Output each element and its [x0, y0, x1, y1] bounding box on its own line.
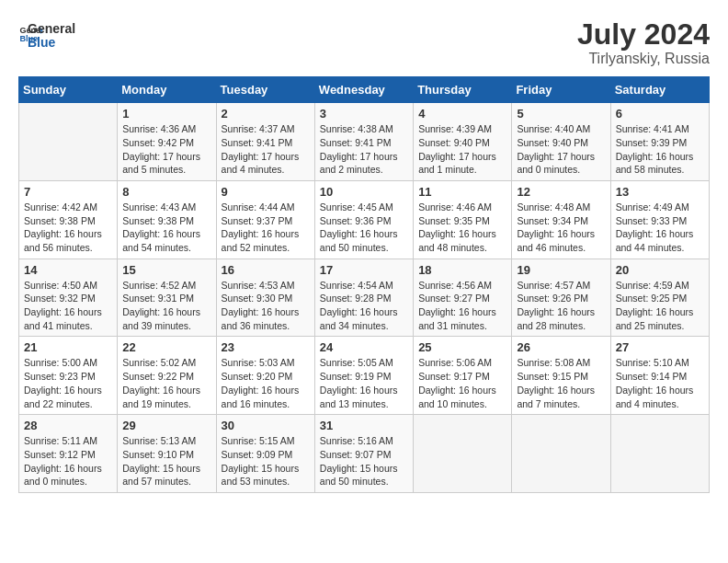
location: Tirlyanskiy, Russia: [577, 51, 710, 67]
day-info: Sunrise: 5:06 AMSunset: 9:17 PMDaylight:…: [418, 356, 506, 410]
calendar-cell: 1Sunrise: 4:36 AMSunset: 9:42 PMDaylight…: [118, 103, 216, 181]
day-info: Sunrise: 4:57 AMSunset: 9:26 PMDaylight:…: [517, 279, 605, 333]
day-number: 30: [222, 419, 310, 432]
calendar-cell: 3Sunrise: 4:38 AMSunset: 9:41 PMDaylight…: [314, 103, 413, 181]
calendar-cell: 16Sunrise: 4:53 AMSunset: 9:30 PMDayligh…: [216, 259, 314, 337]
day-number: 17: [320, 263, 408, 277]
weekday-header-monday: Monday: [118, 77, 216, 103]
week-row-4: 21Sunrise: 5:00 AMSunset: 9:23 PMDayligh…: [19, 337, 710, 415]
day-info: Sunrise: 5:15 AMSunset: 9:09 PMDaylight:…: [222, 434, 310, 488]
calendar-cell: 9Sunrise: 4:44 AMSunset: 9:37 PMDaylight…: [216, 180, 314, 259]
calendar-cell: [19, 103, 118, 181]
calendar-cell: 6Sunrise: 4:41 AMSunset: 9:39 PMDaylight…: [610, 103, 709, 181]
day-number: 28: [24, 419, 112, 432]
day-number: 25: [418, 340, 506, 354]
logo-general: General: [28, 22, 75, 36]
day-number: 26: [517, 340, 605, 354]
day-info: Sunrise: 4:43 AMSunset: 9:38 PMDaylight:…: [122, 201, 210, 255]
calendar-cell: 25Sunrise: 5:06 AMSunset: 9:17 PMDayligh…: [414, 337, 512, 415]
weekday-header-friday: Friday: [512, 77, 610, 103]
calendar-cell: 19Sunrise: 4:57 AMSunset: 9:26 PMDayligh…: [512, 259, 610, 337]
day-info: Sunrise: 4:48 AMSunset: 9:34 PMDaylight:…: [517, 201, 605, 255]
day-info: Sunrise: 5:11 AMSunset: 9:12 PMDaylight:…: [24, 434, 112, 488]
day-number: 11: [418, 185, 506, 199]
calendar-cell: 26Sunrise: 5:08 AMSunset: 9:15 PMDayligh…: [512, 337, 610, 415]
day-number: 22: [122, 340, 210, 354]
day-number: 24: [320, 340, 408, 354]
calendar-cell: 5Sunrise: 4:40 AMSunset: 9:40 PMDaylight…: [512, 103, 610, 181]
week-row-1: 1Sunrise: 4:36 AMSunset: 9:42 PMDaylight…: [19, 103, 710, 181]
calendar-cell: 20Sunrise: 4:59 AMSunset: 9:25 PMDayligh…: [610, 259, 709, 337]
day-info: Sunrise: 4:52 AMSunset: 9:31 PMDaylight:…: [122, 279, 210, 333]
day-info: Sunrise: 5:00 AMSunset: 9:23 PMDaylight:…: [24, 356, 112, 410]
day-info: Sunrise: 5:16 AMSunset: 9:07 PMDaylight:…: [320, 434, 408, 488]
calendar-cell: 4Sunrise: 4:39 AMSunset: 9:40 PMDaylight…: [414, 103, 512, 181]
weekday-header-thursday: Thursday: [414, 77, 512, 103]
day-info: Sunrise: 4:56 AMSunset: 9:27 PMDaylight:…: [418, 279, 506, 333]
calendar-cell: 18Sunrise: 4:56 AMSunset: 9:27 PMDayligh…: [414, 259, 512, 337]
day-number: 29: [122, 419, 210, 432]
calendar-cell: 21Sunrise: 5:00 AMSunset: 9:23 PMDayligh…: [19, 337, 118, 415]
day-number: 19: [517, 263, 605, 277]
week-row-5: 28Sunrise: 5:11 AMSunset: 9:12 PMDayligh…: [19, 415, 710, 493]
calendar-cell: 17Sunrise: 4:54 AMSunset: 9:28 PMDayligh…: [314, 259, 413, 337]
day-number: 9: [222, 185, 310, 199]
calendar-cell: 8Sunrise: 4:43 AMSunset: 9:38 PMDaylight…: [118, 180, 216, 259]
day-number: 13: [616, 185, 704, 199]
calendar-table: SundayMondayTuesdayWednesdayThursdayFrid…: [18, 76, 710, 493]
logo-blue: Blue: [28, 36, 75, 50]
calendar-cell: [512, 415, 610, 493]
day-number: 31: [320, 419, 408, 432]
day-number: 20: [616, 263, 704, 277]
day-info: Sunrise: 4:40 AMSunset: 9:40 PMDaylight:…: [517, 122, 605, 177]
day-info: Sunrise: 4:42 AMSunset: 9:38 PMDaylight:…: [24, 201, 112, 255]
day-info: Sunrise: 5:03 AMSunset: 9:20 PMDaylight:…: [222, 356, 310, 410]
calendar-cell: 13Sunrise: 4:49 AMSunset: 9:33 PMDayligh…: [610, 180, 709, 259]
day-number: 2: [222, 107, 310, 121]
day-info: Sunrise: 4:59 AMSunset: 9:25 PMDaylight:…: [616, 279, 704, 333]
logo: General Blue General Blue: [18, 18, 75, 51]
page-header: General Blue General Blue July 2024 Tirl…: [18, 18, 710, 67]
week-row-3: 14Sunrise: 4:50 AMSunset: 9:32 PMDayligh…: [19, 259, 710, 337]
calendar-cell: 10Sunrise: 4:45 AMSunset: 9:36 PMDayligh…: [314, 180, 413, 259]
day-number: 5: [517, 107, 605, 121]
weekday-header-sunday: Sunday: [19, 77, 118, 103]
calendar-cell: 15Sunrise: 4:52 AMSunset: 9:31 PMDayligh…: [118, 259, 216, 337]
day-number: 18: [418, 263, 506, 277]
day-number: 16: [222, 263, 310, 277]
day-number: 23: [222, 340, 310, 354]
day-info: Sunrise: 5:05 AMSunset: 9:19 PMDaylight:…: [320, 356, 408, 410]
day-number: 6: [616, 107, 704, 121]
calendar-cell: 30Sunrise: 5:15 AMSunset: 9:09 PMDayligh…: [216, 415, 314, 493]
weekday-header-tuesday: Tuesday: [216, 77, 314, 103]
calendar-cell: [414, 415, 512, 493]
day-info: Sunrise: 4:39 AMSunset: 9:40 PMDaylight:…: [418, 122, 506, 177]
calendar-cell: 27Sunrise: 5:10 AMSunset: 9:14 PMDayligh…: [610, 337, 709, 415]
calendar-cell: 22Sunrise: 5:02 AMSunset: 9:22 PMDayligh…: [118, 337, 216, 415]
title-block: July 2024 Tirlyanskiy, Russia: [577, 18, 710, 67]
day-number: 10: [320, 185, 408, 199]
day-number: 7: [24, 185, 112, 199]
day-info: Sunrise: 4:49 AMSunset: 9:33 PMDaylight:…: [616, 201, 704, 255]
day-info: Sunrise: 4:41 AMSunset: 9:39 PMDaylight:…: [616, 122, 704, 177]
day-info: Sunrise: 5:08 AMSunset: 9:15 PMDaylight:…: [517, 356, 605, 410]
weekday-header-row: SundayMondayTuesdayWednesdayThursdayFrid…: [19, 77, 710, 103]
day-info: Sunrise: 4:38 AMSunset: 9:41 PMDaylight:…: [320, 122, 408, 177]
week-row-2: 7Sunrise: 4:42 AMSunset: 9:38 PMDaylight…: [19, 180, 710, 259]
day-number: 15: [122, 263, 210, 277]
day-info: Sunrise: 4:36 AMSunset: 9:42 PMDaylight:…: [122, 122, 210, 177]
day-number: 3: [320, 107, 408, 121]
month-year: July 2024: [577, 18, 710, 51]
day-info: Sunrise: 4:45 AMSunset: 9:36 PMDaylight:…: [320, 201, 408, 255]
day-info: Sunrise: 5:10 AMSunset: 9:14 PMDaylight:…: [616, 356, 704, 410]
day-number: 21: [24, 340, 112, 354]
day-info: Sunrise: 4:44 AMSunset: 9:37 PMDaylight:…: [222, 201, 310, 255]
day-info: Sunrise: 4:50 AMSunset: 9:32 PMDaylight:…: [24, 279, 112, 333]
weekday-header-wednesday: Wednesday: [314, 77, 413, 103]
day-info: Sunrise: 4:54 AMSunset: 9:28 PMDaylight:…: [320, 279, 408, 333]
calendar-cell: 12Sunrise: 4:48 AMSunset: 9:34 PMDayligh…: [512, 180, 610, 259]
day-number: 4: [418, 107, 506, 121]
day-info: Sunrise: 4:46 AMSunset: 9:35 PMDaylight:…: [418, 201, 506, 255]
day-number: 1: [122, 107, 210, 121]
weekday-header-saturday: Saturday: [610, 77, 709, 103]
